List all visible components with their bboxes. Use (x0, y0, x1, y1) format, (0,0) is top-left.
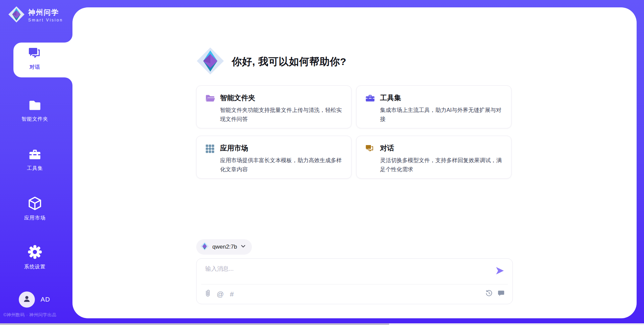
card-toolset[interactable]: 工具集 集成市场上主流工具，助力AI与外界无缝扩展与对接 (356, 85, 512, 128)
scrollbar-thumb[interactable] (0, 323, 389, 325)
feature-cards: 智能文件夹 智能文件夹功能支持批量文件上传与清洗，轻松实现文件问答 (196, 85, 513, 179)
avatar[interactable] (19, 291, 35, 308)
card-description: 集成市场上主流工具，助力AI与外界无缝扩展与对接 (380, 106, 502, 123)
app-title: 神州问学 (28, 8, 63, 17)
hash-icon[interactable]: # (230, 290, 234, 298)
sidebar-item-smart-folder[interactable]: 智能文件夹 (8, 98, 62, 122)
history-icon[interactable] (485, 289, 493, 298)
model-name: qwen2:7b (212, 244, 237, 250)
sidebar-item-label: 系统设置 (8, 264, 62, 270)
card-chat[interactable]: 对话 灵活切换多模型文件，支持多样回复效果调试，满足个性化需求 (356, 136, 512, 179)
copyright-text: ©神州数码 · 神州问学出品 (3, 312, 74, 318)
card-title: 应用市场 (220, 143, 342, 153)
chevron-down-icon (240, 244, 246, 250)
diamond-logo-icon (196, 47, 224, 77)
comment-icon[interactable] (498, 290, 504, 298)
greeting: 你好, 我可以如何帮助你? (196, 47, 513, 76)
app-logo: 神州问学 Smart Vision (8, 6, 63, 24)
greeting-title: 你好, 我可以如何帮助你? (232, 55, 346, 69)
card-description: 智能文件夹功能支持批量文件上传与清洗，轻松实现文件问答 (220, 106, 342, 123)
card-description: 应用市场提供丰富长文本模板，助力高效生成多样化文章内容 (220, 156, 342, 174)
message-composer: @ # (196, 258, 513, 304)
person-icon (22, 295, 31, 305)
sidebar-item-label: 对话 (8, 64, 62, 70)
card-description: 灵活切换多模型文件，支持多样回复效果调试，满足个性化需求 (380, 156, 502, 174)
user-name: AD (41, 296, 50, 303)
card-app-market[interactable]: 应用市场 应用市场提供丰富长文本模板，助力高效生成多样化文章内容 (196, 136, 352, 179)
paperclip-icon[interactable] (205, 289, 211, 298)
sidebar-item-app-market[interactable]: 应用市场 (8, 196, 62, 221)
sidebar-item-label: 工具集 (8, 165, 62, 172)
composer-divider (201, 284, 508, 284)
card-title: 智能文件夹 (220, 93, 342, 103)
model-selector[interactable]: qwen2:7b (196, 239, 252, 255)
main-panel: 你好, 我可以如何帮助你? 智能文件夹 智能文件夹功能支持批量文件上传与清洗，轻… (72, 7, 637, 318)
cube-icon (27, 206, 43, 212)
app-subtitle: Smart Vision (28, 18, 63, 22)
chat-icon (28, 56, 42, 61)
card-smart-folder[interactable]: 智能文件夹 智能文件夹功能支持批量文件上传与清洗，轻松实现文件问答 (196, 85, 352, 128)
briefcase-icon (365, 93, 375, 121)
chat-icon (365, 143, 375, 171)
folder-open-icon (205, 93, 215, 121)
diamond-logo-icon (8, 6, 25, 24)
sidebar-item-label: 智能文件夹 (8, 116, 62, 122)
toolbox-icon (28, 157, 42, 162)
sidebar-item-chat[interactable]: 对话 (8, 46, 62, 70)
gear-icon (27, 255, 43, 261)
horizontal-scrollbar[interactable] (0, 323, 644, 325)
sidebar: 神州问学 Smart Vision 对话 智能文件夹 (0, 0, 72, 325)
send-icon[interactable] (495, 266, 504, 275)
user-profile[interactable]: AD (19, 291, 50, 308)
sidebar-item-label: 应用市场 (8, 215, 62, 221)
diamond-logo-icon (200, 242, 209, 252)
sidebar-item-settings[interactable]: 系统设置 (8, 244, 62, 270)
grid-icon (205, 143, 215, 171)
at-sign-icon[interactable]: @ (217, 290, 224, 298)
sidebar-item-toolset[interactable]: 工具集 (8, 147, 62, 172)
message-input[interactable] (205, 265, 480, 282)
card-title: 工具集 (380, 93, 502, 103)
folder-icon (28, 108, 42, 113)
card-title: 对话 (380, 143, 502, 153)
